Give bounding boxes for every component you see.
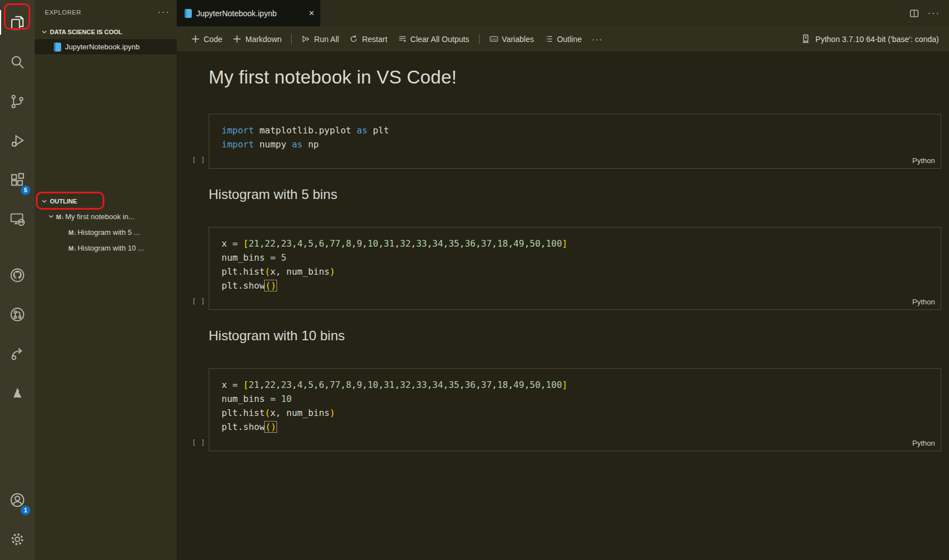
run-all-icon — [301, 34, 311, 44]
toolbar-button-label: Run All — [314, 35, 339, 44]
cell-language-picker[interactable]: Python — [913, 298, 935, 306]
folder-name: DATA SCIENCE IS COOL — [50, 29, 122, 35]
markdown-symbol-icon: M↓ — [68, 244, 76, 252]
markdown-cell-heading[interactable]: Histogram with 10 bins — [209, 328, 941, 344]
toolbar-restart-button[interactable]: Restart — [344, 31, 392, 48]
outline-item[interactable]: M↓Histogram with 10 ... — [35, 240, 177, 256]
code-line: num_bins = 10 — [222, 392, 935, 406]
activity-bar: 51 — [0, 0, 35, 560]
notebook-body: My first notebook in VS Code![ ]import m… — [177, 52, 949, 560]
toolbar-···-button[interactable]: ··· — [587, 31, 608, 48]
variables-icon: (x) — [489, 34, 499, 44]
outline-rows: M↓My first notebook in...M↓Histogram wit… — [35, 209, 177, 256]
sidebar-header: EXPLORER ··· — [35, 0, 177, 25]
outline-item-label: Histogram with 10 ... — [77, 244, 144, 252]
markdown-symbol-icon: M↓ — [68, 228, 76, 237]
toolbar-run-all-button[interactable]: Run All — [296, 31, 344, 48]
code-editor[interactable]: x = [21,22,23,4,5,6,77,8,9,10,31,32,33,3… — [209, 369, 941, 435]
active-indicator — [0, 10, 1, 35]
explorer-sidebar: EXPLORER ··· DATA SCIENCE IS COOL Jupyte… — [35, 0, 177, 560]
azure-icon — [9, 385, 26, 404]
activity-item-run-and-debug[interactable] — [0, 122, 35, 161]
more-actions-icon[interactable]: ··· — [928, 8, 940, 18]
code-editor[interactable]: import matplotlib.pyplot as pltimport nu… — [209, 114, 941, 152]
toolbar-divider — [479, 34, 480, 44]
outline-section-header[interactable]: OUTLINE — [35, 194, 177, 209]
toolbar-button-label: Markdown — [245, 35, 282, 44]
code-cell: [ ]import matplotlib.pyplot as pltimport… — [209, 114, 941, 169]
more-icon: ··· — [592, 35, 603, 44]
accounts-badge: 1 — [21, 506, 30, 515]
file-row-notebook[interactable]: JupyterNotebook.ipynb — [35, 39, 177, 54]
toolbar-variables-button[interactable]: (x)Variables — [484, 31, 539, 48]
folder-section-header[interactable]: DATA SCIENCE IS COOL — [35, 25, 177, 39]
code-line: import matplotlib.pyplot as plt — [222, 123, 935, 137]
kernel-label: Python 3.7.10 64-bit ('base': conda) — [816, 35, 939, 44]
toolbar-code-button[interactable]: Code — [186, 31, 227, 48]
toolbar-button-label: Outline — [557, 35, 582, 44]
activity-item-remote-explorer[interactable] — [0, 201, 35, 240]
toolbar-clear-all-outputs-button[interactable]: Clear All Outputs — [393, 31, 474, 48]
outline-item-label: Histogram with 5 ... — [77, 228, 140, 237]
notebook-file-icon — [54, 43, 61, 52]
activity-item-explorer[interactable] — [0, 4, 35, 44]
outline-item-label: My first notebook in... — [65, 212, 135, 221]
settings-icon — [9, 531, 26, 550]
code-line: plt.show() — [222, 420, 935, 434]
file-name: JupyterNotebook.ipynb — [65, 43, 140, 51]
outline-title: OUTLINE — [50, 198, 77, 205]
tab-bar: JupyterNotebook.ipynb ✕ ··· — [177, 0, 949, 26]
tab-title: JupyterNotebook.ipynb — [196, 9, 277, 18]
activity-item-search[interactable] — [0, 44, 35, 83]
kernel-picker[interactable]: Python 3.7.10 64-bit ('base': conda) — [800, 34, 939, 44]
toolbar-button-label: Restart — [362, 35, 387, 44]
toolbar-buttons: CodeMarkdownRun AllRestartClear All Outp… — [186, 31, 608, 48]
activity-item-live-share[interactable] — [0, 335, 35, 374]
activity-item-source-control[interactable] — [0, 83, 35, 122]
split-editor-icon[interactable] — [909, 8, 920, 19]
outline-item[interactable]: M↓Histogram with 5 ... — [35, 224, 177, 240]
cell-status-bar: Python — [209, 435, 941, 451]
markdown-symbol-icon: M↓ — [56, 212, 64, 221]
cell-language-picker[interactable]: Python — [913, 156, 935, 165]
add-icon — [191, 34, 200, 44]
toolbar-outline-button[interactable]: Outline — [539, 31, 587, 48]
explorer-more-icon[interactable]: ··· — [158, 7, 170, 17]
explorer-title: EXPLORER — [45, 9, 81, 16]
toolbar-divider — [291, 34, 292, 44]
code-cell: [ ]x = [21,22,23,4,5,6,77,8,9,10,31,32,3… — [209, 368, 941, 451]
notebook-file-icon — [185, 9, 192, 18]
activity-item-extensions[interactable]: 5 — [0, 161, 35, 201]
editor-actions: ··· — [909, 0, 949, 26]
activity-item-pull-requests[interactable] — [0, 296, 35, 335]
chevron-down-icon — [40, 28, 48, 36]
cell-language-picker[interactable]: Python — [913, 439, 935, 447]
activity-item-github[interactable] — [0, 257, 35, 296]
toolbar-markdown-button[interactable]: Markdown — [227, 31, 287, 48]
code-line: plt.hist(x, num_bins) — [222, 406, 935, 420]
add-icon — [232, 34, 242, 44]
activity-item-azure[interactable] — [0, 374, 35, 414]
outline-item[interactable]: M↓My first notebook in... — [35, 209, 177, 224]
run-and-debug-icon — [9, 132, 26, 151]
activity-item-settings[interactable] — [0, 521, 35, 560]
chevron-down-icon — [47, 212, 55, 220]
chevron-down-icon — [40, 197, 48, 205]
markdown-cell-heading[interactable]: Histogram with 5 bins — [209, 187, 941, 202]
markdown-cell-heading[interactable]: My first notebook in VS Code! — [209, 67, 941, 88]
code-line: x = [21,22,23,4,5,6,77,8,9,10,31,32,33,3… — [222, 237, 935, 251]
tab-jupyternotebook[interactable]: JupyterNotebook.ipynb ✕ — [177, 0, 320, 26]
svg-text:(x): (x) — [491, 37, 497, 41]
kernel-icon — [800, 34, 811, 44]
cell-status-bar: Python — [209, 294, 941, 309]
clear-all-icon — [398, 34, 407, 44]
execution-count: [ ] — [192, 438, 205, 447]
code-line: num_bins = 5 — [222, 251, 935, 265]
live-share-icon — [9, 345, 26, 364]
tab-close-icon[interactable]: ✕ — [308, 9, 315, 17]
code-editor[interactable]: x = [21,22,23,4,5,6,77,8,9,10,31,32,33,3… — [209, 228, 941, 294]
toolbar-button-label: Clear All Outputs — [411, 35, 469, 44]
code-line: x = [21,22,23,4,5,6,77,8,9,10,31,32,33,3… — [222, 378, 935, 392]
github-icon — [9, 267, 26, 286]
activity-item-accounts[interactable]: 1 — [0, 482, 35, 521]
